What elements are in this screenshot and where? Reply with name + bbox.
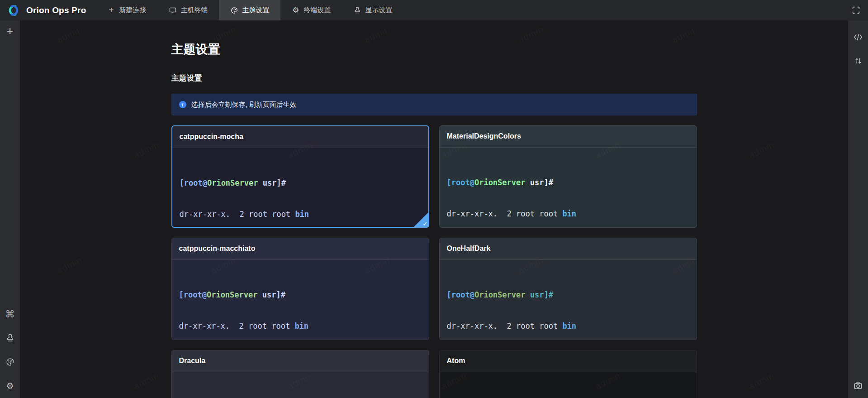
palette-icon (230, 6, 238, 14)
dir-name: bin (294, 321, 308, 331)
prompt-host: OrionServer (207, 290, 258, 299)
file-entry: dr-xr-xr-x. 2 root root (180, 210, 295, 219)
main-area: adminadminadminadminadminadminadminadmin… (20, 20, 848, 398)
theme-name: MaterialDesignColors (447, 132, 521, 140)
terminal-line: dr-xr-xr-x. 2 root root bin (447, 321, 689, 331)
theme-card-onehalfdark[interactable]: OneHalfDark [root@OrionServer usr]# dr-x… (439, 238, 697, 340)
prompt-bracket: [root@ (179, 290, 207, 299)
prompt-suffix: usr]# (258, 178, 286, 187)
stamp-icon (353, 6, 361, 14)
terminal-preview: [root@OrionServer usr]# dr-xr-xr-x. 2 ro… (440, 260, 697, 340)
tab-label: 终端设置 (304, 6, 331, 14)
commands-button[interactable]: ⌘ (2, 306, 18, 321)
theme-name: catppuccin-macchiato (179, 245, 256, 252)
watermark-text: admin (747, 370, 776, 392)
tab-label: 主机终端 (180, 6, 208, 14)
tab-label: 显示设置 (365, 6, 392, 14)
dir-name: bin (562, 321, 576, 331)
terminal-preview: [root@OrionServer usr]# dr-xr-xr-x. 2 ro… (172, 260, 429, 340)
theme-card-materialdesigncolors[interactable]: MaterialDesignColors [root@OrionServer u… (439, 125, 697, 228)
prompt-host: OrionServer (207, 178, 258, 187)
sort-icon (854, 57, 862, 65)
dir-name: bin (295, 210, 309, 219)
tab-label: 主题设置 (242, 6, 269, 14)
prompt-host: OrionServer (474, 290, 526, 299)
watermark-text: admin (747, 139, 776, 161)
terminal-line: dr-xr-xr-x. 2 root root bin (447, 209, 689, 219)
screenshot-button[interactable] (850, 378, 866, 393)
theme-grid: catppuccin-mocha [root@OrionServer usr]#… (171, 125, 697, 398)
prompt-bracket: [root@ (180, 178, 207, 187)
tab-label: 新建连接 (119, 6, 146, 14)
brand: Orion Ops Pro (0, 4, 96, 17)
terminal-prompt-line: [root@OrionServer usr]# (179, 290, 422, 300)
code-icon (854, 34, 863, 41)
terminal-line: dr-xr-xr-x. 2 root root bin (180, 209, 421, 220)
fullscreen-icon[interactable] (852, 6, 860, 14)
theme-card-atom[interactable]: Atom [root@OrionServer usr]# dr-xr-xr-x.… (439, 350, 697, 398)
add-tab-button[interactable]: + (2, 23, 18, 38)
display-settings-button[interactable] (2, 330, 18, 345)
prompt-suffix: usr]# (258, 290, 285, 299)
theme-card-catppuccin-macchiato[interactable]: catppuccin-macchiato [root@OrionServer u… (171, 238, 429, 340)
terminal-preview: [root@OrionServer usr]# dr-xr-xr-x. 2 ro… (440, 372, 697, 398)
tab-new-connection[interactable]: + 新建连接 (96, 0, 157, 20)
tab-host-terminal[interactable]: 主机终端 (157, 0, 219, 20)
terminal-preview: [root@OrionServer usr]# dr-xr-xr-x. 2 ro… (172, 148, 428, 228)
command-icon: ⌘ (5, 309, 15, 319)
plus-icon: + (107, 6, 115, 14)
theme-button[interactable] (2, 354, 18, 369)
camera-icon (854, 381, 863, 390)
watermark-text: admin (132, 370, 161, 392)
terminal-prompt-line: [root@OrionServer usr]# (180, 178, 421, 188)
check-icon: ✓ (423, 221, 428, 227)
file-entry: dr-xr-xr-x. 2 root root (447, 321, 563, 331)
prompt-bracket: [root@ (447, 178, 474, 187)
selected-corner: ✓ (413, 211, 429, 228)
section-title: 主题设置 (171, 73, 697, 83)
theme-card-catppuccin-mocha[interactable]: catppuccin-mocha [root@OrionServer usr]#… (171, 125, 429, 228)
prompt-suffix: usr]# (526, 178, 553, 187)
theme-name: OneHalfDark (447, 245, 491, 252)
app-logo-icon (5, 4, 22, 17)
terminal-line: dr-xr-xr-x. 2 root root bin (179, 321, 422, 331)
right-sidebar (848, 20, 868, 398)
watermark-text: admin (55, 255, 84, 276)
file-entry: dr-xr-xr-x. 2 root root (179, 321, 295, 331)
watermark-text: admin (132, 139, 161, 161)
terminal-prompt-line: [root@OrionServer usr]# (447, 177, 689, 188)
page-title: 主题设置 (171, 41, 697, 58)
nav-tabs: + 新建连接 主机终端 主题设置 (96, 0, 403, 20)
stamp-icon (6, 334, 14, 342)
info-banner: i 选择后会立刻保存, 刷新页面后生效 (171, 94, 697, 115)
info-icon: i (179, 101, 186, 108)
monitor-icon (169, 6, 176, 14)
watermark-text: admin (55, 24, 84, 45)
terminal-preview: [root@OrionServer usr]# dr-xr-xr-x. 2 ro… (172, 372, 429, 398)
gear-icon: ⚙ (6, 382, 14, 390)
theme-name: catppuccin-mocha (180, 133, 243, 140)
code-view-button[interactable] (850, 29, 866, 45)
tab-theme-settings[interactable]: 主题设置 (219, 0, 280, 20)
prompt-suffix: usr]# (526, 290, 553, 299)
gear-icon: ⚙ (292, 6, 299, 14)
prompt-host: OrionServer (474, 178, 526, 187)
plus-icon: + (7, 25, 14, 37)
tab-display-settings[interactable]: 显示设置 (342, 0, 403, 20)
settings-button[interactable]: ⚙ (2, 378, 18, 393)
prompt-bracket: [root@ (447, 290, 474, 299)
dir-name: bin (562, 209, 576, 218)
app-title: Orion Ops Pro (26, 5, 86, 15)
sort-order-button[interactable] (850, 53, 866, 68)
top-navbar: Orion Ops Pro + 新建连接 主机终端 (0, 0, 868, 20)
palette-icon (6, 358, 14, 366)
terminal-prompt-line: [root@OrionServer usr]# (447, 290, 689, 300)
theme-name: Dracula (179, 357, 206, 364)
info-banner-text: 选择后会立刻保存, 刷新页面后生效 (191, 101, 297, 109)
terminal-preview: [root@OrionServer usr]# dr-xr-xr-x. 2 ro… (440, 148, 697, 228)
file-entry: dr-xr-xr-x. 2 root root (447, 209, 563, 218)
theme-card-dracula[interactable]: Dracula [root@OrionServer usr]# dr-xr-xr… (171, 350, 429, 398)
left-sidebar: + ⌘ (0, 20, 20, 398)
tab-terminal-settings[interactable]: ⚙ 终端设置 (280, 0, 342, 20)
theme-name: Atom (447, 357, 465, 364)
